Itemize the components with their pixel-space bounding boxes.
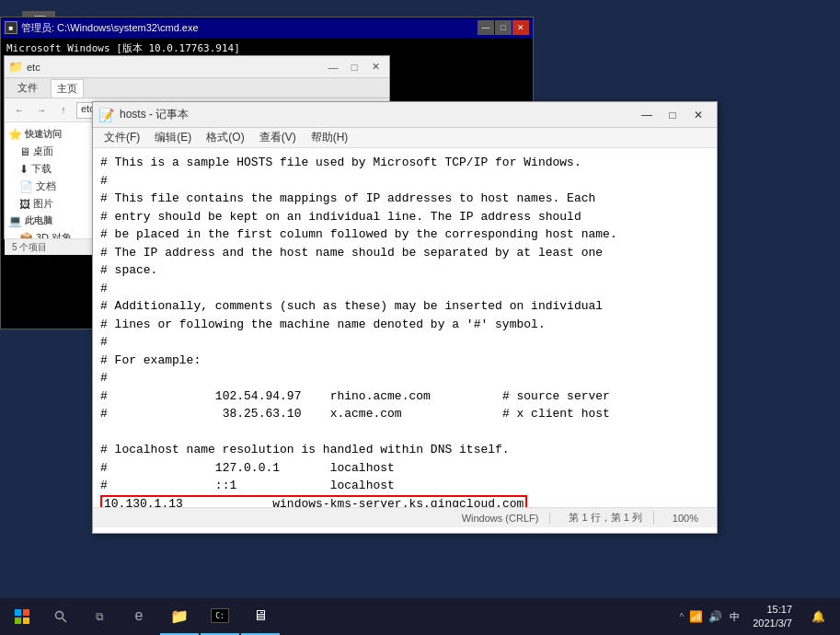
star-icon: ⭐ bbox=[8, 128, 22, 141]
start-button[interactable] bbox=[4, 598, 40, 635]
notepad-content[interactable]: # This is a sample HOSTS file used by Mi… bbox=[93, 148, 717, 507]
tray-volume-icon: 🔊 bbox=[708, 610, 722, 623]
edge-icon: e bbox=[135, 607, 144, 624]
explorer-maximize-button[interactable]: □ bbox=[344, 59, 364, 75]
nav-up-button[interactable]: ↑ bbox=[54, 101, 73, 120]
notepad-app-icon: 📝 bbox=[98, 108, 114, 122]
taskbar-explorer-icon[interactable]: 📁 bbox=[160, 598, 199, 635]
sidebar-item-thispc[interactable]: 💻 此电脑 bbox=[5, 213, 105, 229]
computer-icon: 💻 bbox=[8, 214, 22, 227]
nav-forward-button[interactable]: → bbox=[32, 101, 51, 120]
svg-point-4 bbox=[56, 612, 63, 619]
explorer-close-button[interactable]: ✕ bbox=[365, 59, 385, 75]
explorer-taskbar-icon: 📁 bbox=[170, 607, 189, 625]
sidebar-item-documents[interactable]: 📄 文档 bbox=[5, 178, 105, 195]
status-position: 第 1 行，第 1 列 bbox=[569, 511, 653, 525]
desktop: 💾 ■ 管理员: C:\Windows\system32\cmd.exe — □… bbox=[0, 0, 840, 635]
sidebar-thispc-label: 此电脑 bbox=[25, 214, 52, 227]
search-button[interactable] bbox=[42, 598, 79, 635]
sidebar-item-3dobjects[interactable]: 📦 3D 对象 bbox=[5, 229, 105, 238]
task-view-button[interactable]: ⧉ bbox=[81, 598, 118, 635]
notepad-close-button[interactable]: ✕ bbox=[685, 102, 711, 128]
explorer-controls: — □ ✕ bbox=[323, 59, 385, 75]
status-zoom: 100% bbox=[673, 513, 709, 524]
desktop-icon-sidebar: 🖥 bbox=[19, 145, 30, 158]
cmd-title-text: 管理员: C:\Windows\system32\cmd.exe bbox=[21, 21, 199, 35]
taskbar-right: ^ 📶 🔊 中 15:17 2021/3/7 🔔 bbox=[679, 598, 840, 635]
taskbar-clock[interactable]: 15:17 2021/3/7 bbox=[745, 603, 800, 631]
cmd-controls: — □ ✕ bbox=[478, 20, 529, 35]
documents-icon: 📄 bbox=[19, 180, 33, 193]
explorer-titlebar: 📁 etc — □ ✕ bbox=[5, 56, 389, 78]
svg-rect-3 bbox=[23, 618, 29, 624]
svg-line-5 bbox=[63, 618, 66, 622]
cmd-line1: Microsoft Windows [版本 10.0.17763.914] bbox=[6, 42, 240, 54]
menu-file[interactable]: 文件(F) bbox=[97, 128, 147, 147]
clock-date: 2021/3/7 bbox=[753, 617, 792, 630]
nav-back-button[interactable]: ← bbox=[10, 101, 29, 120]
app-icon: 🖥 bbox=[253, 607, 268, 624]
notepad-controls: — □ ✕ bbox=[634, 102, 711, 128]
sidebar-item-pictures[interactable]: 🖼 图片 bbox=[5, 195, 105, 213]
tray-ime-icon[interactable]: 中 bbox=[728, 610, 742, 624]
svg-rect-2 bbox=[15, 618, 21, 624]
taskbar-edge-icon[interactable]: e bbox=[120, 598, 158, 635]
sidebar-item-quickaccess[interactable]: ⭐ 快速访问 bbox=[5, 126, 105, 143]
ribbon-tab-file[interactable]: 文件 bbox=[12, 79, 43, 97]
cmd-minimize-button[interactable]: — bbox=[478, 20, 494, 35]
search-icon bbox=[54, 610, 67, 623]
clock-time: 15:17 bbox=[753, 603, 792, 617]
windows-icon bbox=[15, 609, 29, 624]
sidebar-item-downloads[interactable]: ⬇ 下载 bbox=[5, 160, 105, 178]
notepad-minimize-button[interactable]: — bbox=[634, 102, 660, 128]
taskbar: ⧉ e 📁 C: 🖥 ^ 📶 🔊 中 bbox=[0, 598, 840, 635]
explorer-folder-icon: 📁 bbox=[8, 60, 23, 74]
cmd-icon: ■ bbox=[5, 21, 17, 34]
cmd-title-left: ■ 管理员: C:\Windows\system32\cmd.exe bbox=[5, 21, 199, 35]
status-item-count: 5 个项目 bbox=[12, 241, 47, 254]
cmd-maximize-button[interactable]: □ bbox=[495, 20, 512, 35]
3d-icon: 📦 bbox=[19, 232, 33, 239]
cmd-close-button[interactable]: ✕ bbox=[512, 20, 529, 35]
taskbar-cmd-icon[interactable]: C: bbox=[201, 598, 239, 635]
taskbar-left: ⧉ e 📁 C: 🖥 bbox=[0, 598, 280, 635]
task-view-icon: ⧉ bbox=[96, 610, 104, 623]
menu-help[interactable]: 帮助(H) bbox=[304, 128, 356, 147]
cmd-taskbar-icon: C: bbox=[211, 608, 229, 623]
explorer-title-left: 📁 etc bbox=[8, 60, 40, 74]
notepad-title-left: 📝 hosts - 记事本 bbox=[98, 107, 189, 122]
pictures-icon: 🖼 bbox=[19, 198, 30, 211]
sidebar-documents-label: 文档 bbox=[36, 179, 56, 193]
sidebar-item-desktop[interactable]: 🖥 桌面 bbox=[5, 143, 105, 160]
ribbon-tab-home[interactable]: 主页 bbox=[51, 79, 84, 98]
taskbar-tray: ^ 📶 🔊 中 bbox=[679, 610, 742, 624]
cmd-titlebar: ■ 管理员: C:\Windows\system32\cmd.exe — □ ✕ bbox=[1, 17, 533, 38]
explorer-minimize-button[interactable]: — bbox=[323, 59, 343, 75]
menu-format[interactable]: 格式(O) bbox=[199, 128, 251, 147]
sidebar-quickaccess-label: 快速访问 bbox=[25, 128, 62, 141]
hosts-comment-block: # This is a sample HOSTS file used by Mi… bbox=[100, 156, 617, 492]
explorer-sidebar: ⭐ 快速访问 🖥 桌面 ⬇ 下载 📄 文档 🖼 图片 bbox=[5, 122, 106, 238]
sidebar-3d-label: 3D 对象 bbox=[36, 231, 72, 238]
menu-view[interactable]: 查看(V) bbox=[252, 128, 304, 147]
notepad-statusbar: Windows (CRLF) 第 1 行，第 1 列 100% bbox=[93, 507, 717, 527]
notification-icon: 🔔 bbox=[811, 610, 825, 623]
tray-network-icon: 📶 bbox=[689, 610, 703, 623]
sidebar-desktop-label: 桌面 bbox=[33, 144, 53, 158]
hosts-entry-line: 10.130.1.13 windows-kms-server.ks.qingcl… bbox=[100, 495, 527, 508]
svg-rect-1 bbox=[23, 609, 29, 616]
explorer-title-text: etc bbox=[27, 62, 40, 73]
tray-expand-icon[interactable]: ^ bbox=[679, 612, 684, 622]
download-icon: ⬇ bbox=[19, 163, 29, 176]
taskbar-app-icon[interactable]: 🖥 bbox=[241, 598, 280, 635]
notepad-window: 📝 hosts - 记事本 — □ ✕ 文件(F) 编辑(E) 格式(O) 查看… bbox=[92, 101, 718, 534]
notepad-title-text: hosts - 记事本 bbox=[120, 107, 189, 122]
svg-rect-0 bbox=[15, 609, 21, 616]
status-encoding: Windows (CRLF) bbox=[462, 513, 551, 524]
notepad-titlebar: 📝 hosts - 记事本 — □ ✕ bbox=[93, 102, 717, 128]
notepad-maximize-button[interactable]: □ bbox=[660, 102, 685, 128]
taskbar-notification-button[interactable]: 🔔 bbox=[803, 598, 833, 635]
menu-edit[interactable]: 编辑(E) bbox=[147, 128, 199, 147]
explorer-ribbon: 文件 主页 bbox=[5, 78, 389, 98]
sidebar-downloads-label: 下载 bbox=[31, 162, 52, 176]
